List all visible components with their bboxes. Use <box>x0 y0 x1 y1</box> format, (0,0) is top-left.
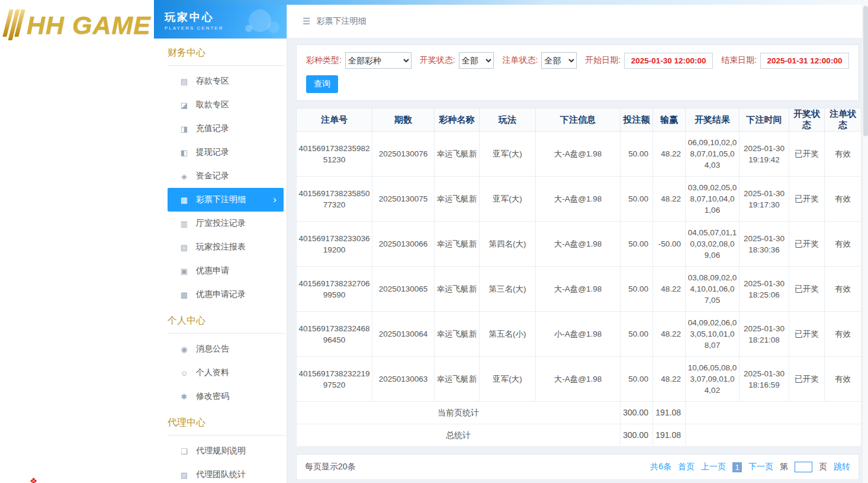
table-cell: 50.00 <box>621 312 653 357</box>
table-cell: 48.22 <box>653 267 686 312</box>
sidebar-item[interactable]: ◨充值记录 <box>154 117 287 140</box>
table-cell: 幸运飞艇新 <box>435 177 480 222</box>
sidebar-item[interactable]: ▥厅室投注记录 <box>154 212 287 235</box>
table-cell: 幸运飞艇新 <box>435 132 480 177</box>
breadcrumb-bar: ☰ 彩票下注明细 <box>287 5 868 39</box>
sidebar-item[interactable]: ◉消息公告 <box>154 337 287 361</box>
draw-status-select[interactable]: 全部 <box>459 52 494 69</box>
table-cell: 有效 <box>825 312 861 357</box>
jump-link[interactable]: 跳转 <box>834 462 850 472</box>
scrollbar-thumb[interactable] <box>863 6 868 136</box>
sidebar: 玩家中心 PLAYERS CENTER 财务中心▤存款专区◪取款专区◨充值记录◧… <box>154 5 287 483</box>
bet-status-label: 注单状态: <box>502 55 538 66</box>
grand-total-row: 总统计300.00191.08 <box>297 424 861 447</box>
sidebar-header: 玩家中心 PLAYERS CENTER <box>154 5 287 39</box>
table-cell: 有效 <box>825 177 861 222</box>
table-cell: 已开奖 <box>789 177 825 222</box>
page-word-suffix: 页 <box>819 462 827 472</box>
table-cell: 亚军(大) <box>480 177 536 222</box>
table-cell: 03,09,02,05,08,07,10,04,01,06 <box>686 177 740 222</box>
sidebar-item[interactable]: ◪取款专区 <box>154 93 287 117</box>
start-date-input[interactable] <box>624 53 713 69</box>
first-page-link[interactable]: 首页 <box>678 462 695 472</box>
table-cell: 第五名(小) <box>480 312 536 357</box>
sidebar-item[interactable]: ▣优惠申请 <box>154 259 287 283</box>
table-cell: 50.00 <box>621 177 653 222</box>
sidebar-item-label: 修改密码 <box>196 391 229 402</box>
player-center-app: 玩家中心 PLAYERS CENTER 财务中心▤存款专区◪取款专区◨充值记录◧… <box>154 0 868 483</box>
table-cell: 第四名(大) <box>480 222 536 267</box>
sidebar-item[interactable]: ▨代理团队统计 <box>154 463 287 483</box>
promo-record-icon: ▩ <box>179 290 189 299</box>
table-row: 40156917382330361920020250130066幸运飞艇新第四名… <box>297 222 861 267</box>
end-date-input[interactable] <box>760 53 849 69</box>
logo-text: HH GAME <box>27 11 151 40</box>
search-button[interactable]: 查询 <box>306 75 338 93</box>
column-header: 彩种名称 <box>435 108 480 132</box>
column-header: 注单状态 <box>825 108 861 132</box>
table-row: 40156917382324689645020250130064幸运飞艇新第五名… <box>297 312 861 357</box>
column-header: 玩法 <box>480 108 536 132</box>
page-word-prefix: 第 <box>780 462 788 472</box>
menu-toggle-icon[interactable]: ☰ <box>303 16 310 27</box>
agent-team-icon: ▨ <box>179 471 189 479</box>
table-cell: 20250130065 <box>372 267 435 312</box>
logo: HH GAME <box>0 0 154 40</box>
sidebar-item[interactable]: ❑代理规则说明 <box>154 439 287 463</box>
sidebar-item[interactable]: ☺个人资料 <box>154 361 287 385</box>
table-cell: 401569173823246896450 <box>297 312 372 357</box>
bet-status-select[interactable]: 全部 <box>541 52 577 69</box>
table-cell: -50.00 <box>653 222 686 267</box>
table-cell: 48.22 <box>653 312 686 357</box>
prev-page-link[interactable]: 上一页 <box>701 462 726 472</box>
table-row: 40156917382322199752020250130063幸运飞艇新亚军(… <box>297 357 861 402</box>
page-jump-input[interactable] <box>795 462 812 472</box>
column-header: 投注额 <box>621 108 653 132</box>
table-cell: 幸运飞艇新 <box>435 222 480 267</box>
table-cell: 401569173823270699590 <box>297 267 372 312</box>
table-cell: 50.00 <box>621 357 653 402</box>
bets-table-card: 注单号期数彩种名称玩法下注信息投注额输赢开奖结果下注时间开奖状态注单状态 401… <box>296 108 859 447</box>
table-cell: 50.00 <box>621 132 653 177</box>
table-cell: 有效 <box>825 267 861 312</box>
filter-panel: 彩种类型: 全部彩种 开奖状态: 全部 注单状态: 全部 <box>296 44 859 101</box>
table-cell: 幸运飞艇新 <box>435 267 480 312</box>
scrollbar[interactable] <box>862 0 868 483</box>
sidebar-item[interactable]: ▤存款专区 <box>154 69 287 93</box>
table-cell: 亚军(大) <box>480 132 536 177</box>
sidebar-item[interactable]: ▧玩家投注报表 <box>154 235 287 259</box>
hall-bets-icon: ▥ <box>179 219 189 228</box>
sidebar-item[interactable]: ✱修改密码 <box>154 385 287 408</box>
sidebar-item[interactable]: ▦彩票下注明细› <box>168 188 284 212</box>
brand-area: HH GAME ❖ <box>0 0 154 483</box>
page-total-row: 当前页统计300.00191.08 <box>297 402 861 424</box>
total-win-amount: 191.08 <box>653 424 686 447</box>
deposit-icon: ▤ <box>179 77 189 86</box>
table-cell: 20250130064 <box>372 312 435 357</box>
table-row: 40156917382327069959020250130065幸运飞艇新第三名… <box>297 267 861 312</box>
lottery-type-select[interactable]: 全部彩种 <box>345 52 412 69</box>
next-page-link[interactable]: 下一页 <box>748 462 773 472</box>
column-header: 输赢 <box>653 108 686 132</box>
total-empty-cell <box>686 402 861 424</box>
gamepad-decor <box>245 25 252 32</box>
table-cell: 401569173823303619200 <box>297 222 372 267</box>
table-cell: 第三名(大) <box>480 267 536 312</box>
table-cell: 20250130063 <box>372 357 435 402</box>
table-cell: 401569173823221997520 <box>297 357 372 402</box>
current-page[interactable]: 1 <box>732 462 742 472</box>
table-cell: 04,09,02,06,03,05,10,01,08,07 <box>686 312 740 357</box>
table-cell: 03,08,09,02,04,10,01,06,07,05 <box>686 267 740 312</box>
sidebar-item[interactable]: ▩优惠申请记录 <box>154 283 287 306</box>
table-cell: 有效 <box>825 357 861 402</box>
bets-table: 注单号期数彩种名称玩法下注信息投注额输赢开奖结果下注时间开奖状态注单状态 401… <box>296 108 861 447</box>
table-cell: 48.22 <box>653 132 686 177</box>
announcement-icon: ◉ <box>179 345 189 354</box>
sidebar-item[interactable]: ◧提现记录 <box>154 140 287 164</box>
column-header: 下注信息 <box>536 108 621 132</box>
table-cell: 48.22 <box>653 177 686 222</box>
table-cell: 有效 <box>825 132 861 177</box>
agent-rules-icon: ❑ <box>179 447 189 456</box>
promo-apply-icon: ▣ <box>179 267 189 276</box>
sidebar-item[interactable]: ◈资金记录 <box>154 164 287 188</box>
